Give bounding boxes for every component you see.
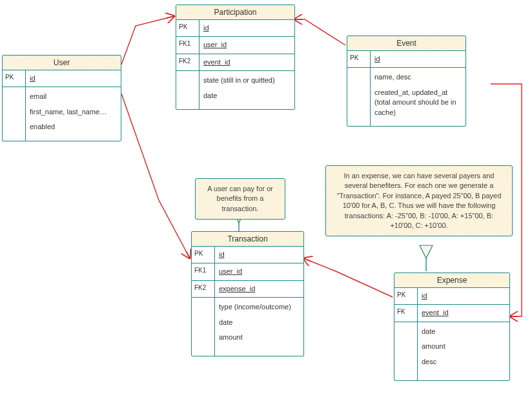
- entity-participation: Participation PK id FK1 user_id FK2 even…: [176, 5, 295, 110]
- entity-transaction-attr-1: date: [219, 318, 300, 327]
- entity-user-attr-0: email: [30, 92, 117, 101]
- entity-user: User PK id email first_name, last_name… …: [2, 55, 121, 141]
- entity-participation-key-2: FK2: [176, 54, 200, 70]
- entity-participation-val-1: user_id: [200, 37, 294, 53]
- entity-event-val-0: id: [371, 51, 466, 67]
- entity-expense-attr-0: date: [422, 327, 506, 336]
- entity-expense-val-1: event_id: [418, 305, 509, 321]
- entity-expense-attr-2: desc: [422, 357, 506, 367]
- entity-event: Event PK id name, desc created_at, updat…: [347, 36, 466, 127]
- entity-event-key-0: PK: [347, 51, 371, 67]
- entity-participation-key-0: PK: [176, 20, 200, 36]
- entity-participation-attr-0: state (still in or quitted): [203, 76, 291, 85]
- entity-participation-val-2: event_id: [200, 54, 294, 70]
- entity-user-attr-1: first_name, last_name…: [30, 107, 117, 117]
- entity-event-attr-2: (total amount should be in cache): [374, 98, 462, 118]
- entity-transaction-key-2: FK2: [192, 281, 215, 297]
- entity-expense-key-1: FK: [394, 305, 418, 321]
- entity-expense-key-0: PK: [394, 288, 418, 304]
- note-transaction: A user can pay for or benefits from a tr…: [195, 178, 285, 220]
- entity-expense-title: Expense: [394, 273, 509, 288]
- entity-transaction-title: Transaction: [192, 232, 303, 247]
- entity-expense: Expense PK id FK event_id date amount de…: [394, 272, 510, 381]
- entity-transaction-attr-0: type (income/outcome): [219, 302, 300, 312]
- entity-participation-title: Participation: [176, 5, 294, 20]
- entity-user-val-0: id: [26, 70, 121, 87]
- entity-user-attr-2: enabled: [30, 122, 117, 132]
- entity-transaction-val-1: user_id: [215, 263, 303, 280]
- entity-event-attr-1: created_at, updated_at: [374, 88, 462, 98]
- entity-participation-key-1: FK1: [176, 37, 200, 53]
- entity-user-title: User: [3, 56, 121, 70]
- entity-transaction-key-1: FK1: [192, 263, 215, 280]
- note-expense: In an expense, we can have several payer…: [325, 165, 513, 236]
- entity-participation-attr-1: date: [203, 91, 291, 101]
- entity-event-attr-0: name, desc: [374, 72, 462, 82]
- entity-expense-attr-1: amount: [422, 342, 506, 351]
- entity-participation-val-0: id: [200, 20, 294, 36]
- entity-user-key-0: PK: [3, 70, 26, 87]
- entity-event-title: Event: [347, 36, 466, 51]
- entity-transaction: Transaction PK id FK1 user_id FK2 expens…: [191, 231, 304, 356]
- svg-marker-1: [420, 245, 433, 258]
- entity-expense-val-0: id: [418, 288, 509, 304]
- entity-transaction-val-2: expense_id: [215, 281, 303, 297]
- entity-transaction-key-0: PK: [192, 247, 215, 263]
- entity-transaction-attr-2: amount: [219, 333, 300, 342]
- entity-transaction-val-0: id: [215, 247, 303, 263]
